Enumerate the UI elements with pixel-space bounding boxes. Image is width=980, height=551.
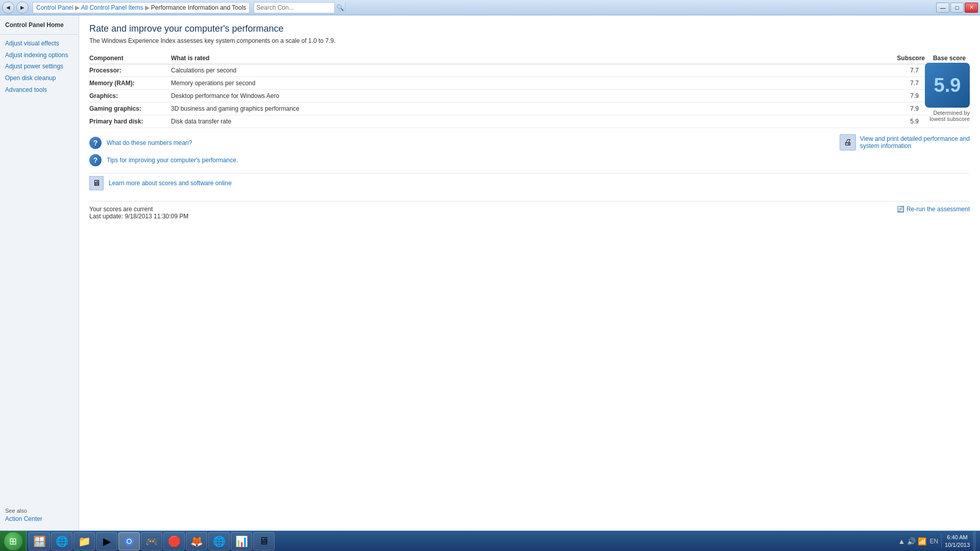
rerun-label[interactable]: Re-run the assessment — [906, 206, 970, 213]
time-display: 6:40 AM — [945, 534, 970, 541]
svg-point-2 — [128, 539, 131, 543]
rerun-link[interactable]: 🔄 Re-run the assessment — [897, 206, 970, 213]
minimize-button[interactable]: — — [936, 3, 949, 13]
print-icon: 🖨 — [840, 134, 856, 151]
start-button[interactable]: ⊞ — [0, 531, 27, 552]
sidebar-item-disk-cleanup[interactable]: Open disk cleanup — [0, 72, 79, 84]
taskbar-app-media[interactable]: ▶ — [96, 532, 117, 550]
row-graphics-desc: Desktop performance for Windows Aero — [171, 90, 888, 103]
show-desktop-button[interactable] — [973, 531, 976, 552]
search-input[interactable] — [254, 4, 334, 11]
row-harddisk-label: Primary hard disk: — [89, 115, 171, 128]
row-graphics-subscore: 7.9 — [888, 90, 929, 103]
online-link-row: 🖥 Learn more about scores and software o… — [89, 173, 970, 193]
row-processor-desc: Calculations per second — [171, 64, 888, 77]
taskbar: ⊞ 🪟 🌐 📁 ▶ 🎮 🛑 🦊 🌐 📊 🖥 ▲ 🔊 📶 EN 6:40 AM 1… — [0, 531, 980, 551]
score-badge: 5.9 — [925, 63, 970, 108]
date-display: 10/1/2013 — [945, 541, 970, 548]
taskbar-apps: 🪟 🌐 📁 ▶ 🎮 🛑 🦊 🌐 📊 🖥 — [27, 532, 894, 550]
taskbar-divider — [941, 534, 942, 548]
link-row-tips: ? Tips for improving your computer's per… — [89, 152, 970, 169]
score-badge-label: Determined bylowest subscore — [925, 110, 970, 122]
taskbar-app-game[interactable]: 🎮 — [141, 532, 162, 550]
taskbar-right: ▲ 🔊 📶 EN 6:40 AM 10/1/2013 — [894, 531, 980, 552]
taskbar-app-explorer[interactable]: 📁 — [74, 532, 95, 550]
breadcrumb-control-panel[interactable]: Control Panel — [36, 4, 74, 11]
taskbar-app-firefox[interactable]: 🦊 — [186, 532, 207, 550]
page-subtitle: The Windows Experience Index assesses ke… — [89, 37, 970, 44]
page-title: Rate and improve your computer's perform… — [89, 23, 970, 34]
start-orb: ⊞ — [4, 532, 22, 550]
status-last-update: Last update: 9/18/2013 11:30:09 PM — [89, 213, 188, 220]
titlebar: ◀ ▶ Control Panel ▶ All Control Panel It… — [0, 0, 980, 15]
sidebar-item-indexing-options[interactable]: Adjust indexing options — [0, 49, 79, 61]
breadcrumb-sep-2: ▶ — [145, 4, 150, 11]
tips-link[interactable]: Tips for improving your computer's perfo… — [107, 157, 238, 164]
taskbar-app-browser[interactable]: 🌐 — [208, 532, 230, 550]
row-harddisk-subscore: 5.9 — [888, 115, 929, 128]
table-row: Graphics: Desktop performance for Window… — [89, 90, 970, 103]
row-memory-subscore: 7.7 — [888, 77, 929, 90]
question-icon-1: ? — [89, 137, 102, 149]
breadcrumb-sep-1: ▶ — [75, 4, 80, 11]
taskbar-app-windows[interactable]: 🪟 — [29, 532, 50, 550]
score-value: 5.9 — [934, 76, 961, 95]
back-button[interactable]: ◀ — [2, 2, 14, 14]
link-row-numbers: ? What do these numbers mean? — [89, 134, 970, 152]
taskbar-app-ie[interactable]: 🌐 — [51, 532, 72, 550]
language-indicator: EN — [929, 538, 938, 545]
row-gaming-desc: 3D business and gaming graphics performa… — [171, 103, 888, 115]
numbers-meaning-link[interactable]: What do these numbers mean? — [107, 139, 192, 146]
table-row: Gaming graphics: 3D business and gaming … — [89, 103, 970, 115]
see-also-title: See also — [5, 508, 74, 514]
row-memory-desc: Memory operations per second — [171, 77, 888, 90]
table-row: Primary hard disk: Disk data transfer ra… — [89, 115, 970, 128]
taskbar-app-chrome[interactable] — [118, 532, 140, 550]
taskbar-time[interactable]: 6:40 AM 10/1/2013 — [945, 534, 970, 548]
right-link-container: 🖨 View and print detailed performance an… — [840, 134, 970, 151]
row-gaming-subscore: 7.9 — [888, 103, 929, 115]
search-button[interactable]: 🔍 — [334, 2, 345, 13]
status-current: Your scores are current — [89, 206, 188, 213]
sidebar-item-power-settings[interactable]: Adjust power settings — [0, 61, 79, 72]
window-controls: — □ ✕ — [936, 3, 978, 13]
status-left: Your scores are current Last update: 9/1… — [89, 206, 188, 220]
score-badge-container: 5.9 Determined bylowest subscore — [925, 63, 970, 122]
question-icon-2: ? — [89, 154, 102, 166]
search-bar: 🔍 — [254, 2, 346, 13]
sidebar-item-advanced-tools[interactable]: Advanced tools — [0, 84, 79, 96]
sidebar-item-visual-effects[interactable]: Adjust visual effects — [0, 38, 79, 49]
row-harddisk-desc: Disk data transfer rate — [171, 115, 888, 128]
col-what-rated: What is rated — [171, 53, 888, 64]
breadcrumb-all-items[interactable]: All Control Panel Items — [81, 4, 143, 11]
view-print-link[interactable]: View and print detailed performance ands… — [860, 135, 970, 149]
taskbar-app-stop[interactable]: 🛑 — [163, 532, 185, 550]
breadcrumb-current: Performance Information and Tools — [151, 4, 247, 11]
close-button[interactable]: ✕ — [965, 3, 978, 13]
titlebar-left: ◀ ▶ Control Panel ▶ All Control Panel It… — [2, 2, 346, 14]
sidebar-home[interactable]: Control Panel Home — [0, 19, 79, 31]
table-row: Memory (RAM): Memory operations per seco… — [89, 77, 970, 90]
col-component: Component — [89, 53, 171, 64]
taskbar-app-excel[interactable]: 📊 — [231, 532, 252, 550]
status-footer: Your scores are current Last update: 9/1… — [89, 201, 970, 220]
content-area: Rate and improve your computer's perform… — [79, 15, 980, 531]
row-gaming-label: Gaming graphics: — [89, 103, 171, 115]
main-layout: Control Panel Home Adjust visual effects… — [0, 15, 980, 531]
online-icon: 🖥 — [89, 176, 104, 190]
see-also-section: See also Action Center — [0, 504, 79, 527]
tray-sound[interactable]: 🔊 — [907, 537, 916, 545]
maximize-button[interactable]: □ — [950, 3, 964, 13]
links-area: 🖨 View and print detailed performance an… — [89, 134, 970, 169]
taskbar-app-monitor[interactable]: 🖥 — [253, 532, 275, 550]
row-processor-subscore: 7.7 — [888, 64, 929, 77]
tray-network[interactable]: 📶 — [918, 537, 926, 545]
online-link[interactable]: Learn more about scores and software onl… — [109, 180, 232, 187]
row-processor-label: Processor: — [89, 64, 171, 77]
breadcrumb: Control Panel ▶ All Control Panel Items … — [33, 2, 250, 13]
sidebar-divider — [0, 34, 79, 35]
performance-table: Component What is rated Subscore Base sc… — [89, 53, 970, 128]
tray-expand[interactable]: ▲ — [898, 537, 905, 545]
see-also-action-center[interactable]: Action Center — [5, 515, 74, 522]
forward-button[interactable]: ▶ — [16, 2, 29, 14]
